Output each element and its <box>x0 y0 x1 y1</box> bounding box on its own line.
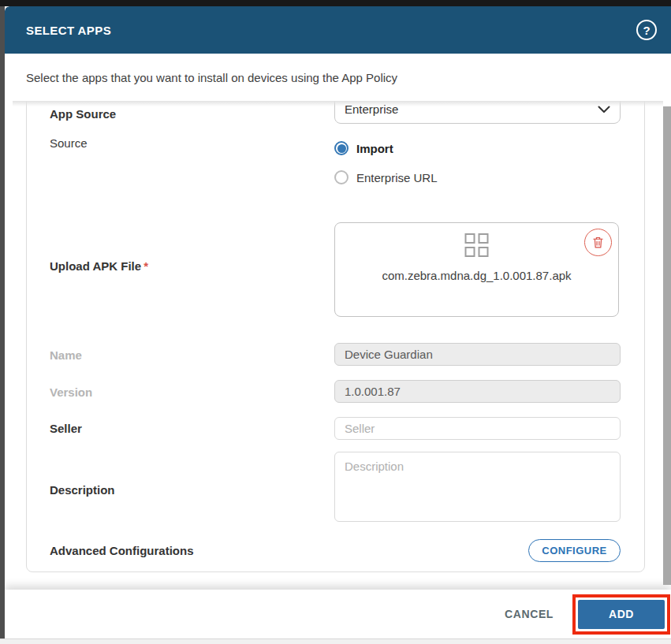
cancel-button[interactable]: CANCEL <box>505 608 554 620</box>
form-scroll-area: App Source Enterprise Source Import Ente… <box>5 101 671 582</box>
upload-dropzone[interactable]: com.zebra.mdna.dg_1.0.001.87.apk <box>334 222 619 317</box>
radio-unselected-icon <box>334 170 349 184</box>
radio-option-label: Import <box>356 142 393 155</box>
radio-selected-icon <box>334 141 349 155</box>
select-apps-modal: SELECT APPS ? Select the apps that you w… <box>5 6 671 638</box>
delete-file-button[interactable] <box>584 229 612 256</box>
subtitle-row: Select the apps that you want to install… <box>5 54 671 101</box>
version-label: Version <box>50 385 92 399</box>
source-label: Source <box>50 136 88 150</box>
radio-option-enterprise-url[interactable]: Enterprise URL <box>334 170 438 184</box>
trash-icon <box>591 236 605 249</box>
vertical-scrollbar[interactable] <box>663 106 671 585</box>
highlight-annotation: ADD <box>572 594 670 635</box>
radio-option-label: Enterprise URL <box>356 171 438 184</box>
scroll-shadow <box>13 101 663 106</box>
description-label: Description <box>50 483 115 497</box>
add-button[interactable]: ADD <box>578 600 665 629</box>
description-field[interactable] <box>334 452 621 522</box>
select-apps-dialog-page: SELECT APPS ? Select the apps that you w… <box>0 0 671 644</box>
seller-field[interactable] <box>334 417 621 440</box>
modal-subtitle: Select the apps that you want to install… <box>5 71 397 84</box>
modal-title: SELECT APPS <box>5 24 111 37</box>
modal-header: SELECT APPS ? <box>5 6 671 54</box>
version-field <box>334 380 621 403</box>
uploaded-file-name: com.zebra.mdna.dg_1.0.001.87.apk <box>335 269 618 282</box>
app-source-label: App Source <box>50 107 116 121</box>
name-label: Name <box>50 348 82 362</box>
seller-label: Seller <box>50 422 82 435</box>
upload-apk-label-text: Upload APK File <box>50 259 141 273</box>
background-top-bar <box>0 0 671 6</box>
chevron-down-icon <box>598 106 610 114</box>
name-field <box>334 343 621 366</box>
help-glyph: ? <box>643 24 650 37</box>
advanced-configurations-label: Advanced Configurations <box>50 544 194 557</box>
background-bottom-strip <box>0 638 671 644</box>
app-grid-icon <box>464 233 489 258</box>
radio-option-import[interactable]: Import <box>334 141 393 155</box>
help-icon[interactable]: ? <box>636 20 657 40</box>
form-card: App Source Enterprise Source Import Ente… <box>26 101 645 572</box>
configure-button[interactable]: CONFIGURE <box>528 539 621 562</box>
upload-apk-label: Upload APK File* <box>50 259 148 273</box>
modal-footer: CANCEL ADD <box>5 590 671 638</box>
required-asterisk: * <box>144 259 148 273</box>
